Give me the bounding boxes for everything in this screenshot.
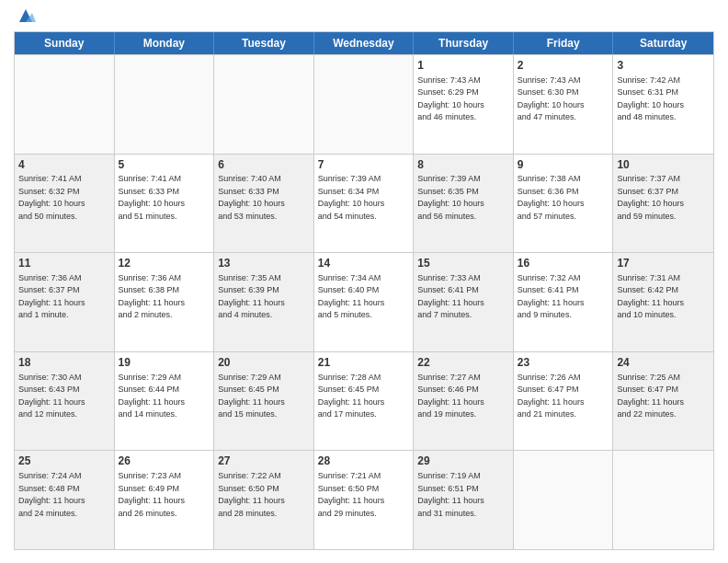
calendar-week-5: 25Sunrise: 7:24 AM Sunset: 6:48 PM Dayli… [15, 450, 713, 549]
day-number: 23 [518, 355, 609, 371]
header-cell-monday: Monday [115, 32, 215, 54]
header-cell-wednesday: Wednesday [314, 32, 415, 54]
day-info: Sunrise: 7:42 AM Sunset: 6:31 PM Dayligh… [617, 75, 710, 124]
day-number: 7 [318, 157, 410, 173]
calendar-cell: 9Sunrise: 7:38 AM Sunset: 6:36 PM Daylig… [514, 155, 614, 253]
calendar-cell: 1Sunrise: 7:43 AM Sunset: 6:29 PM Daylig… [414, 55, 514, 154]
calendar-cell: 26Sunrise: 7:23 AM Sunset: 6:49 PM Dayli… [115, 451, 215, 549]
day-info: Sunrise: 7:30 AM Sunset: 6:43 PM Dayligh… [18, 372, 110, 421]
logo-icon [16, 6, 36, 26]
day-info: Sunrise: 7:43 AM Sunset: 6:29 PM Dayligh… [417, 75, 509, 124]
day-info: Sunrise: 7:29 AM Sunset: 6:44 PM Dayligh… [119, 372, 210, 421]
day-number: 10 [617, 157, 710, 173]
calendar-cell: 15Sunrise: 7:33 AM Sunset: 6:41 PM Dayli… [414, 253, 514, 351]
day-number: 24 [617, 355, 710, 371]
header [14, 9, 714, 26]
day-info: Sunrise: 7:23 AM Sunset: 6:49 PM Dayligh… [119, 470, 210, 520]
day-number: 16 [518, 256, 609, 271]
day-number: 14 [318, 256, 410, 271]
calendar-cell [115, 55, 215, 154]
day-info: Sunrise: 7:41 AM Sunset: 6:33 PM Dayligh… [119, 173, 210, 223]
day-number: 19 [119, 355, 210, 371]
calendar-cell [15, 55, 115, 154]
day-number: 15 [417, 256, 509, 271]
calendar-cell: 27Sunrise: 7:22 AM Sunset: 6:50 PM Dayli… [214, 451, 314, 549]
day-number: 25 [18, 454, 110, 469]
calendar-cell: 24Sunrise: 7:25 AM Sunset: 6:47 PM Dayli… [613, 352, 713, 451]
day-number: 17 [617, 256, 710, 271]
day-info: Sunrise: 7:28 AM Sunset: 6:45 PM Dayligh… [318, 372, 410, 421]
day-number: 12 [119, 256, 210, 271]
day-info: Sunrise: 7:36 AM Sunset: 6:37 PM Dayligh… [18, 272, 110, 322]
day-info: Sunrise: 7:21 AM Sunset: 6:50 PM Dayligh… [318, 470, 410, 520]
day-info: Sunrise: 7:26 AM Sunset: 6:47 PM Dayligh… [518, 372, 609, 421]
day-number: 8 [417, 157, 509, 173]
day-number: 22 [417, 355, 509, 371]
header-cell-thursday: Thursday [414, 32, 514, 54]
calendar-cell: 23Sunrise: 7:26 AM Sunset: 6:47 PM Dayli… [514, 352, 614, 451]
calendar-cell: 22Sunrise: 7:27 AM Sunset: 6:46 PM Dayli… [414, 352, 514, 451]
header-cell-tuesday: Tuesday [214, 32, 314, 54]
calendar-cell [314, 55, 415, 154]
day-number: 11 [18, 256, 110, 271]
calendar-cell: 19Sunrise: 7:29 AM Sunset: 6:44 PM Dayli… [115, 352, 215, 451]
day-info: Sunrise: 7:41 AM Sunset: 6:32 PM Dayligh… [18, 173, 110, 223]
day-info: Sunrise: 7:43 AM Sunset: 6:30 PM Dayligh… [518, 75, 609, 124]
day-info: Sunrise: 7:37 AM Sunset: 6:37 PM Dayligh… [617, 173, 710, 223]
day-info: Sunrise: 7:29 AM Sunset: 6:45 PM Dayligh… [218, 372, 310, 421]
calendar-week-3: 11Sunrise: 7:36 AM Sunset: 6:37 PM Dayli… [15, 252, 713, 351]
day-number: 27 [218, 454, 310, 469]
day-number: 6 [218, 157, 310, 173]
calendar-cell: 28Sunrise: 7:21 AM Sunset: 6:50 PM Dayli… [314, 451, 415, 549]
day-number: 13 [218, 256, 310, 271]
day-info: Sunrise: 7:33 AM Sunset: 6:41 PM Dayligh… [417, 272, 509, 322]
calendar-week-2: 4Sunrise: 7:41 AM Sunset: 6:32 PM Daylig… [15, 154, 713, 253]
calendar-cell: 6Sunrise: 7:40 AM Sunset: 6:33 PM Daylig… [214, 155, 314, 253]
calendar-cell [514, 451, 614, 549]
day-info: Sunrise: 7:35 AM Sunset: 6:39 PM Dayligh… [218, 272, 310, 322]
calendar-cell: 11Sunrise: 7:36 AM Sunset: 6:37 PM Dayli… [15, 253, 115, 351]
page: SundayMondayTuesdayWednesdayThursdayFrid… [0, 0, 728, 563]
calendar-cell: 16Sunrise: 7:32 AM Sunset: 6:41 PM Dayli… [514, 253, 614, 351]
day-info: Sunrise: 7:40 AM Sunset: 6:33 PM Dayligh… [218, 173, 310, 223]
day-number: 29 [417, 454, 509, 469]
calendar-cell: 4Sunrise: 7:41 AM Sunset: 6:32 PM Daylig… [15, 155, 115, 253]
calendar-cell: 17Sunrise: 7:31 AM Sunset: 6:42 PM Dayli… [613, 253, 713, 351]
calendar-cell: 25Sunrise: 7:24 AM Sunset: 6:48 PM Dayli… [15, 451, 115, 549]
day-number: 2 [518, 58, 609, 74]
calendar-cell: 29Sunrise: 7:19 AM Sunset: 6:51 PM Dayli… [414, 451, 514, 549]
day-info: Sunrise: 7:34 AM Sunset: 6:40 PM Dayligh… [318, 272, 410, 322]
calendar-week-1: 1Sunrise: 7:43 AM Sunset: 6:29 PM Daylig… [15, 54, 713, 154]
day-info: Sunrise: 7:25 AM Sunset: 6:47 PM Dayligh… [617, 372, 710, 421]
calendar-cell: 20Sunrise: 7:29 AM Sunset: 6:45 PM Dayli… [214, 352, 314, 451]
day-info: Sunrise: 7:31 AM Sunset: 6:42 PM Dayligh… [617, 272, 710, 322]
calendar-cell: 14Sunrise: 7:34 AM Sunset: 6:40 PM Dayli… [314, 253, 415, 351]
calendar-cell: 3Sunrise: 7:42 AM Sunset: 6:31 PM Daylig… [613, 55, 713, 154]
header-cell-friday: Friday [514, 32, 614, 54]
day-number: 26 [119, 454, 210, 469]
calendar-cell [214, 55, 314, 154]
calendar-week-4: 18Sunrise: 7:30 AM Sunset: 6:43 PM Dayli… [15, 351, 713, 451]
day-number: 3 [617, 58, 710, 74]
day-number: 20 [218, 355, 310, 371]
calendar: SundayMondayTuesdayWednesdayThursdayFrid… [14, 31, 714, 550]
day-info: Sunrise: 7:32 AM Sunset: 6:41 PM Dayligh… [518, 272, 609, 322]
day-info: Sunrise: 7:19 AM Sunset: 6:51 PM Dayligh… [417, 470, 509, 520]
day-info: Sunrise: 7:38 AM Sunset: 6:36 PM Dayligh… [518, 173, 609, 223]
day-info: Sunrise: 7:27 AM Sunset: 6:46 PM Dayligh… [417, 372, 509, 421]
day-number: 1 [417, 58, 509, 74]
calendar-header-row: SundayMondayTuesdayWednesdayThursdayFrid… [15, 32, 713, 54]
logo [14, 13, 36, 26]
calendar-cell: 21Sunrise: 7:28 AM Sunset: 6:45 PM Dayli… [314, 352, 415, 451]
day-number: 18 [18, 355, 110, 371]
calendar-cell: 7Sunrise: 7:39 AM Sunset: 6:34 PM Daylig… [314, 155, 415, 253]
day-number: 5 [119, 157, 210, 173]
calendar-cell: 12Sunrise: 7:36 AM Sunset: 6:38 PM Dayli… [115, 253, 215, 351]
day-number: 28 [318, 454, 410, 469]
day-info: Sunrise: 7:39 AM Sunset: 6:35 PM Dayligh… [417, 173, 509, 223]
header-cell-saturday: Saturday [613, 32, 713, 54]
day-info: Sunrise: 7:22 AM Sunset: 6:50 PM Dayligh… [218, 470, 310, 520]
day-number: 4 [18, 157, 110, 173]
day-number: 21 [318, 355, 410, 371]
calendar-cell: 13Sunrise: 7:35 AM Sunset: 6:39 PM Dayli… [214, 253, 314, 351]
